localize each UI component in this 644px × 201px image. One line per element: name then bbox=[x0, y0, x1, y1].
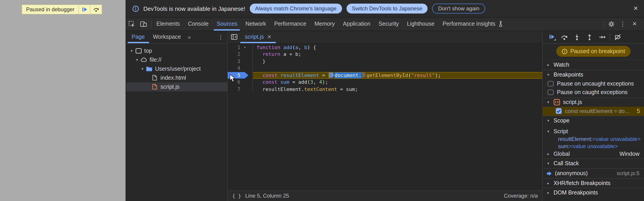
tree-item-project-folder[interactable]: ▾ Users/user/project bbox=[126, 64, 227, 73]
tab-elements[interactable]: Elements bbox=[152, 18, 184, 30]
code-token: a bbox=[295, 44, 298, 50]
paused-on-breakpoint-badge: Paused on breakpoint bbox=[556, 46, 630, 57]
code-token: 4 bbox=[319, 79, 322, 85]
settings-button[interactable] bbox=[605, 21, 617, 28]
resume-icon bbox=[82, 6, 88, 12]
inspect-element-button[interactable] bbox=[126, 18, 138, 30]
step-button[interactable] bbox=[596, 31, 608, 43]
line-number: 7 bbox=[228, 86, 240, 93]
inline-step-marker-blue-icon[interactable] bbox=[330, 72, 334, 78]
code-line-text[interactable]: return a + b; bbox=[252, 51, 542, 58]
resume-script-button[interactable] bbox=[78, 5, 90, 14]
checkbox-unchecked[interactable] bbox=[548, 81, 553, 87]
navigator-menu-icon[interactable]: ⋮ bbox=[218, 31, 227, 43]
collapsed-arrow-icon: ▸ bbox=[547, 181, 554, 185]
tab-security[interactable]: Security bbox=[374, 18, 403, 30]
tab-console[interactable]: Console bbox=[184, 18, 213, 30]
pause-uncaught-exceptions-row[interactable]: Pause on uncaught exceptions bbox=[543, 80, 644, 88]
step-over-button[interactable] bbox=[558, 31, 571, 43]
code-lines: 1▾function add(a, b) {2 return a + b;3 }… bbox=[228, 44, 542, 93]
scope-global-group[interactable]: ▸ Global Window bbox=[543, 150, 644, 158]
expand-arrow-icon[interactable]: ▾ bbox=[128, 48, 135, 53]
tab-memory[interactable]: Memory bbox=[310, 18, 339, 30]
fold-arrow-icon[interactable]: ▾ bbox=[240, 44, 249, 51]
step-into-button[interactable] bbox=[571, 31, 583, 43]
frame-icon bbox=[135, 48, 142, 54]
step-out-button[interactable] bbox=[583, 31, 596, 43]
navigator-more-tabs-icon[interactable]: » bbox=[185, 31, 194, 43]
collapsed-arrow-icon: ▸ bbox=[547, 190, 554, 195]
code-line-text[interactable]: const resultElement = document.getElemen… bbox=[252, 72, 542, 79]
pause-caught-exceptions-row[interactable]: Pause on caught exceptions bbox=[543, 88, 644, 96]
resume-button[interactable] bbox=[546, 31, 558, 43]
page-area: Paused in debugger bbox=[0, 0, 125, 201]
close-tab-icon[interactable]: ✕ bbox=[267, 34, 272, 40]
close-devtools-button[interactable]: ✕ bbox=[629, 21, 640, 27]
tab-performance[interactable]: Performance bbox=[270, 18, 310, 30]
editor-status-bar: { } Line 5, Column 25 Coverage: n/a bbox=[228, 190, 542, 201]
tree-item-index-html[interactable]: index.html bbox=[126, 73, 227, 82]
tab-sources[interactable]: Sources bbox=[213, 18, 242, 30]
tab-application[interactable]: Application bbox=[339, 18, 374, 30]
tab-network[interactable]: Network bbox=[242, 18, 270, 30]
section-watch[interactable]: ▸ Watch bbox=[543, 60, 644, 70]
code-token bbox=[278, 79, 280, 85]
editor-tab-script-js[interactable]: script.js ✕ bbox=[240, 31, 276, 43]
breakpoint-file-group[interactable]: ▾ script.js bbox=[543, 98, 644, 106]
line-number-gutter[interactable]: 2 bbox=[228, 51, 252, 58]
code-token: ) { bbox=[307, 44, 316, 50]
breakpoint-entry[interactable]: const resultElement = doc… 5 bbox=[543, 106, 644, 116]
section-scope[interactable]: ▾ Scope bbox=[543, 116, 644, 125]
tree-item-top[interactable]: ▾ top bbox=[126, 46, 227, 55]
section-call-stack[interactable]: ▾ Call Stack bbox=[543, 158, 644, 168]
tree-item-file-scheme[interactable]: ▾ file:// bbox=[126, 55, 227, 64]
code-editor[interactable]: 1▾function add(a, b) {2 return a + b;3 }… bbox=[228, 44, 542, 190]
navigator-tab-page[interactable]: Page bbox=[128, 31, 149, 43]
expand-arrow-icon[interactable]: ▾ bbox=[139, 66, 146, 71]
code-line-text[interactable]: } bbox=[252, 58, 542, 65]
file-tree: ▾ top ▾ file:// ▾ bbox=[126, 44, 227, 91]
always-match-language-button[interactable]: Always match Chrome's language bbox=[250, 4, 342, 14]
line-number-gutter[interactable]: 4 bbox=[228, 65, 252, 72]
section-breakpoints[interactable]: ▾ Breakpoints bbox=[543, 70, 644, 80]
more-options-button[interactable]: ⋮ bbox=[617, 20, 629, 28]
pretty-print-icon[interactable]: { } bbox=[232, 193, 241, 199]
dont-show-again-button[interactable]: Don't show again bbox=[432, 4, 485, 14]
inline-step-marker-grey-icon[interactable] bbox=[362, 72, 366, 78]
tree-item-script-js[interactable]: script.js bbox=[126, 82, 227, 91]
toggle-navigator-button[interactable] bbox=[228, 31, 240, 43]
tab-lighthouse[interactable]: Lighthouse bbox=[403, 18, 438, 30]
line-number-gutter[interactable]: 3 bbox=[228, 58, 252, 65]
code-token: , bbox=[298, 44, 304, 50]
scope-script-group[interactable]: ▾ Script bbox=[543, 127, 644, 135]
device-toolbar-button[interactable] bbox=[138, 18, 149, 30]
code-line-text[interactable]: resultElement.textContent = sum; bbox=[252, 86, 542, 93]
section-xhr-breakpoints[interactable]: ▸ XHR/fetch Breakpoints bbox=[543, 178, 644, 188]
infobar-close-icon[interactable]: ✕ bbox=[633, 5, 638, 12]
checkbox-unchecked[interactable] bbox=[548, 90, 553, 95]
call-stack-frame[interactable]: (anonymous) script.js:5 bbox=[543, 168, 644, 178]
deactivate-breakpoints-button[interactable] bbox=[612, 31, 624, 43]
expanded-arrow-icon: ▾ bbox=[547, 72, 554, 77]
code-token: b bbox=[304, 44, 307, 50]
line-number: 2 bbox=[228, 51, 240, 58]
expand-arrow-icon[interactable]: ▾ bbox=[134, 58, 140, 62]
scope-variable[interactable]: resultElement: <value unavailable> bbox=[543, 135, 644, 142]
line-number-gutter[interactable]: 1▾ bbox=[228, 44, 252, 51]
line-number: 3 bbox=[228, 58, 240, 65]
step-over-banner-button[interactable] bbox=[90, 5, 102, 14]
navigator-tab-workspace[interactable]: Workspace bbox=[149, 31, 185, 43]
code-token: = bbox=[319, 72, 328, 78]
code-token bbox=[256, 51, 262, 57]
code-line-text[interactable]: const sum = add(3, 4); bbox=[252, 79, 542, 86]
scope-variable[interactable]: sum: <value unavailable> bbox=[543, 142, 644, 150]
code-line: 7 resultElement.textContent = sum; bbox=[228, 86, 542, 93]
step-over-icon bbox=[561, 34, 568, 40]
code-line-text[interactable] bbox=[252, 65, 542, 72]
checkbox-checked[interactable] bbox=[556, 108, 562, 114]
section-dom-breakpoints[interactable]: ▸ DOM Breakpoints bbox=[543, 188, 644, 197]
switch-to-japanese-button[interactable]: Switch DevTools to Japanese bbox=[346, 4, 428, 14]
code-line-text[interactable]: function add(a, b) { bbox=[252, 44, 542, 51]
line-number-gutter[interactable]: 7 bbox=[228, 86, 252, 93]
tab-performance-insights[interactable]: Performance insights bbox=[438, 18, 508, 30]
